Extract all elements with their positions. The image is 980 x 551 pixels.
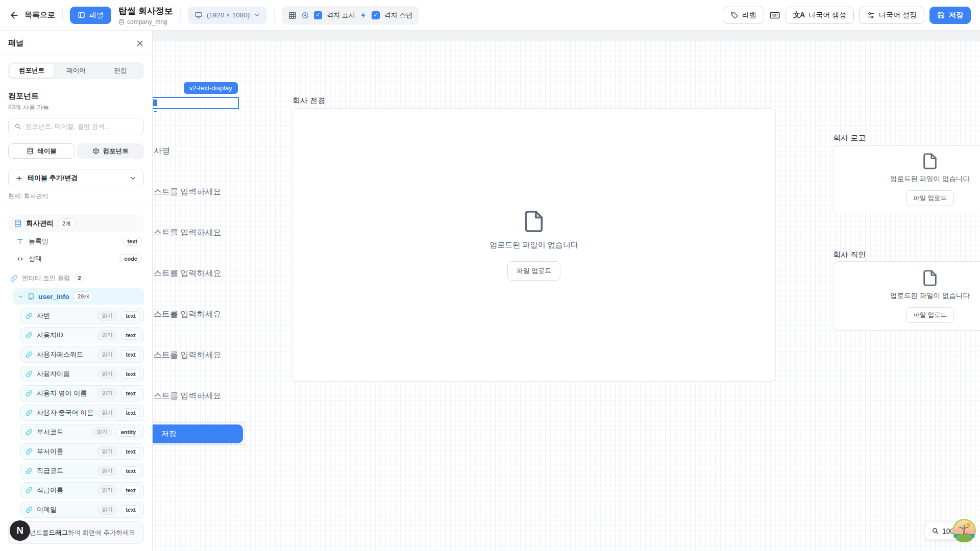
monitor-icon — [194, 11, 203, 19]
type-badge: text — [121, 466, 140, 475]
component-search-input[interactable]: 컴포넌트, 테이블, 컬럼 검색... — [8, 118, 144, 135]
entity-column-row[interactable]: 사용자 중국어 이름 읽기 text — [20, 405, 144, 421]
link-icon — [26, 332, 33, 339]
file-upload-button[interactable]: 파일 업로드 — [906, 307, 954, 323]
translate-icon: 文A — [793, 11, 804, 20]
file-icon — [522, 210, 546, 233]
link-icon — [26, 390, 33, 397]
file-icon — [921, 269, 939, 287]
type-badge: text — [121, 389, 140, 398]
type-badge: code — [119, 254, 142, 263]
back-to-list-button[interactable]: 목록으로 — [9, 10, 55, 20]
current-table-text: 현재: 회사관리 — [8, 192, 144, 201]
type-badge: text — [121, 408, 140, 417]
panel-toggle-button[interactable]: 패널 — [70, 7, 111, 24]
grid-options: ✓ 격자 표시 ✓ 격자 스냅 — [282, 6, 419, 24]
island-widget-icon[interactable] — [952, 519, 976, 542]
component-panel: 패널 컴포넌트 레이어 편집 컴포넌트 83개 사용 가능 컴포넌트, 테이블,… — [0, 31, 153, 551]
add-table-button[interactable]: 테이블 추가/변경 — [8, 169, 144, 187]
grid-snap-checkbox[interactable]: ✓ — [372, 11, 380, 19]
entity-column-name: 사용자 중국어 이름 — [37, 408, 93, 417]
text-display-placeholder[interactable]: 텍스트를 입력하세요 — [145, 350, 221, 391]
label-button[interactable]: 라벨 — [723, 7, 764, 24]
entity-column-row[interactable]: 부서코드 읽기 entity — [20, 424, 144, 440]
page-title: 탑씰 회사정보 — [118, 5, 173, 17]
n-floating-widget[interactable]: N — [10, 520, 30, 541]
grid-snap-label: 격자 스냅 — [384, 11, 413, 20]
upload-card-company-view[interactable]: 업로드된 파일이 없습니다 파일 업로드 — [292, 108, 776, 382]
entity-column-row[interactable]: 부서이름 읽기 text — [20, 443, 144, 460]
link-icon — [26, 370, 33, 378]
access-badge: 읽기 — [97, 388, 117, 398]
entity-column-name: 사용자이름 — [37, 369, 93, 379]
column-row-regdate[interactable]: 등록일 text — [12, 233, 144, 249]
label-button-text: 라벨 — [742, 11, 756, 20]
back-label: 목록으로 — [24, 10, 55, 20]
selection-underline — [154, 111, 157, 112]
upload-label-company-seal: 회사 직인 — [833, 250, 866, 260]
upload-card-company-seal[interactable]: 업로드된 파일이 없습니다 파일 업로드 — [833, 261, 980, 331]
entity-column-list: 사번 읽기 text 사용자ID 읽기 text 사용자패스워드 읽기 text… — [20, 308, 144, 518]
tab-components[interactable]: 컴포넌트 — [10, 64, 54, 78]
entity-group-user-info[interactable]: user_info 29개 — [13, 288, 144, 305]
table-name: 회사관리 — [26, 219, 54, 228]
column-row-status[interactable]: 상태 code — [12, 251, 144, 267]
upload-label-company-logo: 회사 로고 — [833, 133, 866, 143]
search-placeholder: 컴포넌트, 테이블, 컬럼 검색... — [26, 122, 110, 131]
i18n-settings-button[interactable]: 다국어 설정 — [859, 7, 924, 24]
entity-column-row[interactable]: 이메일 읽기 text — [20, 502, 144, 518]
save-icon — [937, 11, 945, 19]
top-toolbar: 목록으로 패널 탑씰 회사정보 company_mng (980 × 551… — [0, 0, 980, 31]
canvas-save-button[interactable]: 저장 — [146, 424, 243, 443]
access-badge: 읽기 — [97, 349, 117, 360]
database-icon — [118, 19, 125, 25]
entity-column-row[interactable]: 사용자 영어 이름 읽기 text — [20, 385, 144, 402]
panel-button-label: 패널 — [89, 11, 104, 20]
grid-show-checkbox[interactable]: ✓ — [314, 11, 322, 19]
text-display-placeholder[interactable]: 텍스트를 입력하세요 — [145, 268, 221, 309]
link-icon — [26, 487, 33, 494]
mode-table-button[interactable]: 테이블 — [8, 143, 75, 159]
i18n-generate-label: 다국어 생성 — [808, 11, 846, 20]
entity-column-row[interactable]: 사번 읽기 text — [20, 308, 144, 324]
entity-column-row[interactable]: 직급코드 읽기 text — [20, 463, 144, 479]
table-id: company_mng — [127, 18, 167, 26]
mode-component-button[interactable]: 컴포넌트 — [77, 143, 144, 159]
file-upload-button[interactable]: 파일 업로드 — [507, 261, 561, 281]
text-display-placeholder[interactable]: 텍스트를 입력하세요 — [145, 187, 221, 228]
lightning-icon — [360, 12, 367, 19]
entity-column-name: 직급코드 — [37, 466, 93, 475]
tab-layers[interactable]: 레이어 — [54, 64, 99, 78]
save-button[interactable]: 저장 — [929, 7, 971, 24]
entity-column-row[interactable]: 사용자이름 읽기 text — [20, 366, 144, 382]
entity-column-name: 사용자패스워드 — [37, 350, 93, 359]
grid-show-label: 격자 표시 — [327, 11, 355, 20]
chevron-down-icon — [254, 12, 260, 18]
link-icon — [26, 429, 33, 436]
link-icon — [26, 506, 33, 513]
mode-component-label: 컴포넌트 — [103, 147, 129, 156]
link-icon — [26, 351, 33, 358]
resolution-selector[interactable]: (980 × 551) — [188, 7, 267, 24]
entity-column-name: 직급이름 — [37, 486, 93, 495]
table-group-row[interactable]: 회사관리 2개 — [8, 215, 144, 232]
entity-column-name: 사번 — [37, 311, 93, 320]
mode-table-label: 테이블 — [37, 147, 57, 156]
close-icon[interactable] — [136, 39, 144, 47]
entity-column-row[interactable]: 사용자ID 읽기 text — [20, 327, 144, 343]
entity-column-row[interactable]: 직급이름 읽기 text — [20, 482, 144, 498]
selected-text-component[interactable] — [149, 97, 239, 109]
type-badge: text — [121, 311, 140, 320]
upload-card-company-logo[interactable]: 업로드된 파일이 없습니다 파일 업로드 — [833, 145, 980, 213]
file-upload-button[interactable]: 파일 업로드 — [906, 190, 954, 206]
text-display-placeholder[interactable]: 텍스트를 입력하세요 — [145, 228, 221, 268]
text-display-placeholder[interactable]: 텍스트를 입력하세요 — [145, 309, 221, 350]
building-icon — [28, 293, 35, 300]
divider — [274, 9, 275, 21]
entity-column-row[interactable]: 사용자패스워드 읽기 text — [20, 346, 144, 363]
tab-edit[interactable]: 편집 — [98, 64, 142, 78]
link-icon — [26, 467, 33, 474]
i18n-generate-button[interactable]: 文A 다국어 생성 — [786, 7, 854, 24]
keyboard-shortcuts-icon[interactable] — [769, 10, 780, 21]
file-icon — [921, 153, 939, 170]
